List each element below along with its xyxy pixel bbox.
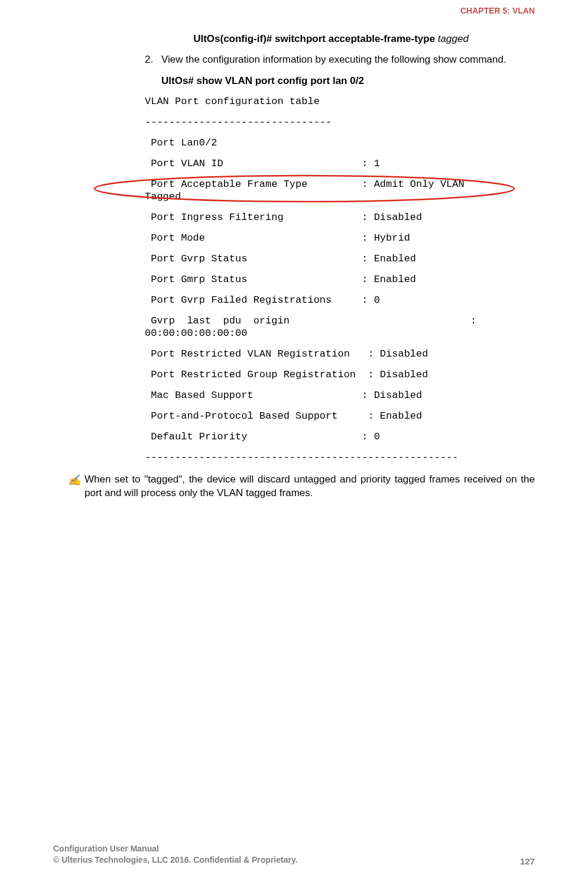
terminal-output: VLAN Port configuration table ----------…: [145, 96, 535, 462]
term-rest-group: Port Restricted Group Registration : Dis…: [145, 370, 535, 380]
term-title: VLAN Port configuration table: [145, 96, 535, 106]
footer-manual-title: Configuration User Manual: [53, 843, 298, 855]
term-frame-type-2: Tagged: [145, 192, 535, 202]
term-gvrp-pdu-1: Gvrp last pdu origin :: [145, 316, 535, 326]
note-text: When set to "tagged", the device will di…: [85, 473, 535, 500]
term-ingress: Port Ingress Filtering : Disabled: [145, 212, 535, 222]
highlighted-frame-type: Port Acceptable Frame Type : Admit Only …: [145, 179, 535, 202]
term-gvrp: Port Gvrp Status : Enabled: [145, 254, 535, 264]
command-param: tagged: [438, 33, 469, 44]
chapter-header: CHAPTER 5: VLAN: [53, 0, 535, 33]
term-frame-type-1: Port Acceptable Frame Type : Admit Only …: [145, 179, 535, 189]
term-priority: Default Priority : 0: [145, 432, 535, 442]
term-vlan-id: Port VLAN ID : 1: [145, 158, 535, 169]
term-sep-bottom: ----------------------------------------…: [145, 452, 535, 462]
term-mode: Port Mode : Hybrid: [145, 233, 535, 243]
term-mac: Mac Based Support : Disabled: [145, 390, 535, 400]
step-text: View the configuration information by ex…: [161, 53, 535, 67]
note-row: ✍ When set to "tagged", the device will …: [53, 473, 535, 500]
footer-page-number: 127: [520, 856, 535, 866]
note-icon: ✍: [68, 473, 85, 500]
command-prefix: UltOs(config-if)# switchport acceptable-…: [193, 33, 438, 44]
command-switchport: UltOs(config-if)# switchport acceptable-…: [127, 33, 535, 45]
footer-copyright: © Ulterius Technologies, LLC 2016. Confi…: [53, 854, 298, 866]
term-rest-vlan: Port Restricted VLAN Registration : Disa…: [145, 349, 535, 359]
footer-left: Configuration User Manual © Ulterius Tec…: [53, 843, 298, 866]
page-footer: Configuration User Manual © Ulterius Tec…: [53, 843, 535, 866]
term-protocol: Port-and-Protocol Based Support : Enable…: [145, 411, 535, 421]
term-gvrp-pdu-2: 00:00:00:00:00:00: [145, 328, 535, 338]
term-gvrp-failed: Port Gvrp Failed Registrations : 0: [145, 295, 535, 305]
step-2-row: 2. View the configuration information by…: [145, 53, 535, 67]
term-sep-top: -------------------------------: [145, 117, 535, 127]
term-gmrp: Port Gmrp Status : Enabled: [145, 274, 535, 284]
step-number: 2.: [145, 53, 161, 67]
command-show-vlan: UltOs# show VLAN port config port lan 0/…: [161, 75, 535, 87]
term-port: Port Lan0/2: [145, 138, 535, 148]
